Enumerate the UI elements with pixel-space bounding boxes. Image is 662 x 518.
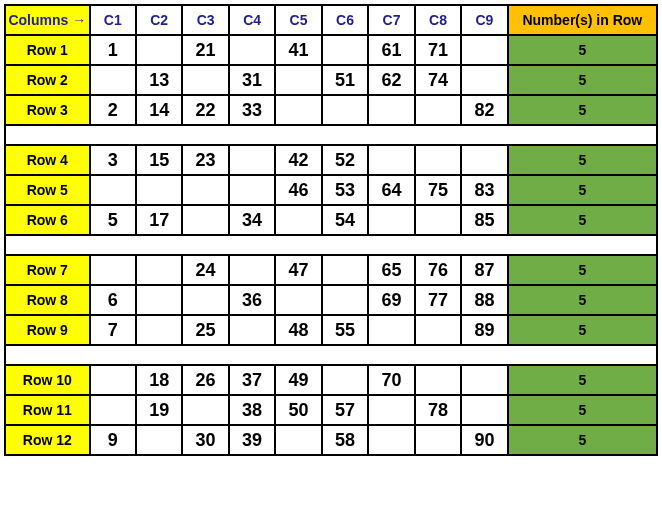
row-label: Row 8 [5,285,90,315]
grid-cell [368,95,414,125]
grid-cell: 46 [275,175,321,205]
grid-cell [182,65,228,95]
grid-cell [182,285,228,315]
grid-cell [229,175,275,205]
grid-cell [136,425,182,455]
grid-cell: 42 [275,145,321,175]
col-header: C2 [136,5,182,35]
grid-cell [90,365,136,395]
row-label: Row 2 [5,65,90,95]
grid-cell [415,315,461,345]
grid-cell [136,175,182,205]
table-row: Row 11214161715 [5,35,657,65]
grid-cell [275,65,321,95]
row-label: Row 9 [5,315,90,345]
grid-cell: 58 [322,425,368,455]
row-count: 5 [508,315,657,345]
grid-cell: 22 [182,95,228,125]
grid-cell: 87 [461,255,507,285]
table-row: Row 86366977885 [5,285,657,315]
grid-cell: 31 [229,65,275,95]
grid-cell: 85 [461,205,507,235]
grid-cell [322,35,368,65]
col-header: C5 [275,5,321,35]
grid-cell [415,365,461,395]
grid-cell [415,205,461,235]
row-count: 5 [508,255,657,285]
grid-cell: 13 [136,65,182,95]
grid-cell [415,95,461,125]
table-row: Row 1119385057785 [5,395,657,425]
grid-cell: 77 [415,285,461,315]
col-header: C1 [90,5,136,35]
row-label: Row 6 [5,205,90,235]
grid-cell: 69 [368,285,414,315]
row-count: 5 [508,285,657,315]
grid-cell: 38 [229,395,275,425]
grid-cell [90,255,136,285]
row-count: 5 [508,145,657,175]
grid-cell: 52 [322,145,368,175]
grid-cell: 48 [275,315,321,345]
grid-cell: 33 [229,95,275,125]
grid-cell: 23 [182,145,228,175]
grid-cell [368,425,414,455]
spacer-row [5,345,657,365]
grid-cell [136,285,182,315]
row-count: 5 [508,205,657,235]
table-row: Row 546536475835 [5,175,657,205]
grid-cell: 17 [136,205,182,235]
grid-cell: 65 [368,255,414,285]
grid-cell [275,285,321,315]
grid-cell: 90 [461,425,507,455]
row-count: 5 [508,395,657,425]
grid-cell [368,205,414,235]
grid-cell [322,365,368,395]
grid-cell [415,145,461,175]
grid-cell: 82 [461,95,507,125]
grid-cell: 47 [275,255,321,285]
grid-cell: 71 [415,35,461,65]
grid-cell [229,145,275,175]
grid-cell: 49 [275,365,321,395]
grid-cell: 21 [182,35,228,65]
grid-cell [461,35,507,65]
grid-cell: 74 [415,65,461,95]
grid-cell [461,395,507,425]
table-row: Row 213315162745 [5,65,657,95]
row-count: 5 [508,425,657,455]
row-label: Row 7 [5,255,90,285]
grid-cell [182,175,228,205]
grid-cell: 75 [415,175,461,205]
grid-cell: 7 [90,315,136,345]
grid-cell [368,145,414,175]
grid-cell [90,65,136,95]
grid-cell [275,425,321,455]
grid-cell [136,255,182,285]
grid-cell: 1 [90,35,136,65]
grid-cell: 64 [368,175,414,205]
row-count: 5 [508,95,657,125]
count-header: Number(s) in Row [508,5,657,35]
grid-cell [90,395,136,425]
grid-cell [275,95,321,125]
grid-cell [182,205,228,235]
grid-cell [182,395,228,425]
col-header: C6 [322,5,368,35]
grid-cell [461,145,507,175]
grid-cell [229,35,275,65]
grid-cell: 14 [136,95,182,125]
table-row: Row 724476576875 [5,255,657,285]
grid-cell: 54 [322,205,368,235]
grid-cell [368,315,414,345]
col-header: C7 [368,5,414,35]
spacer-row [5,235,657,255]
row-count: 5 [508,365,657,395]
col-header: C4 [229,5,275,35]
grid-cell: 26 [182,365,228,395]
grid-cell: 9 [90,425,136,455]
grid-cell: 39 [229,425,275,455]
grid-cell: 37 [229,365,275,395]
row-label: Row 11 [5,395,90,425]
row-label: Row 4 [5,145,90,175]
